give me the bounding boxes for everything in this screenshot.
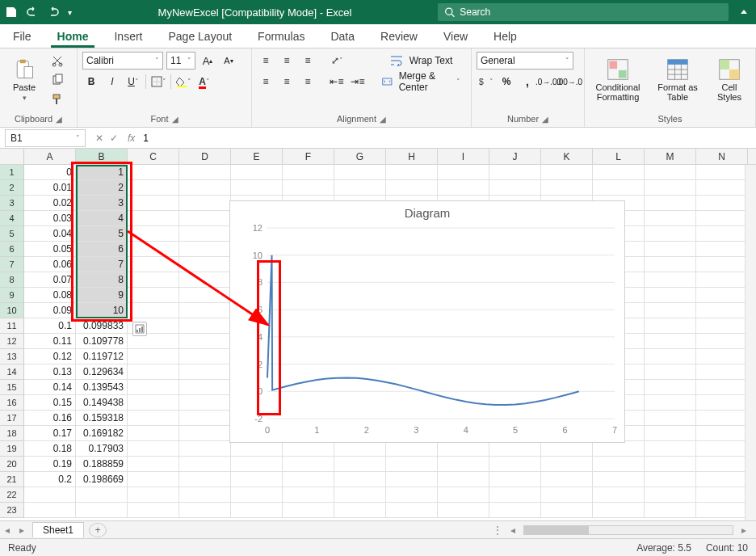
cell[interactable] — [179, 211, 231, 226]
cell[interactable]: 2 — [76, 180, 128, 196]
tab-help[interactable]: Help — [487, 25, 523, 48]
cell[interactable] — [696, 395, 748, 411]
cell[interactable] — [179, 426, 231, 441]
cell[interactable] — [438, 165, 489, 180]
cell[interactable] — [438, 487, 489, 503]
font-name-combo[interactable]: Calibri˅ — [82, 52, 163, 70]
column-header[interactable]: F — [283, 149, 334, 164]
cell[interactable] — [179, 380, 231, 395]
cell[interactable] — [334, 457, 386, 472]
column-header[interactable]: A — [24, 149, 76, 164]
merge-center-button[interactable]: Merge & Center ˅ — [376, 73, 466, 91]
cell[interactable] — [645, 457, 696, 472]
cell[interactable] — [696, 441, 748, 457]
cell[interactable] — [334, 503, 386, 518]
column-header[interactable]: H — [386, 149, 438, 164]
tab-insert[interactable]: Insert — [107, 25, 149, 48]
worksheet-grid[interactable]: ABCDEFGHIJKLMN 10120.01230.02340.03450.0… — [0, 149, 756, 520]
cell[interactable] — [645, 334, 696, 349]
cut-button[interactable] — [48, 52, 66, 70]
cell[interactable] — [645, 503, 696, 518]
cell[interactable] — [283, 487, 334, 503]
format-as-table-button[interactable]: Format as Table — [653, 52, 703, 108]
cell[interactable] — [179, 257, 231, 272]
column-header[interactable]: M — [645, 149, 696, 164]
cell[interactable]: 0.119712 — [76, 349, 128, 364]
cell[interactable] — [179, 318, 231, 334]
row-header[interactable]: 11 — [0, 318, 24, 334]
row-header[interactable]: 22 — [0, 487, 24, 503]
cell[interactable]: 0.07 — [24, 272, 76, 288]
cell[interactable]: 0.099833 — [76, 318, 128, 334]
cell[interactable]: 3 — [76, 196, 128, 211]
cell[interactable] — [696, 426, 748, 441]
redo-icon[interactable] — [47, 6, 60, 19]
cell[interactable] — [489, 457, 541, 472]
cell[interactable] — [283, 180, 334, 196]
cell[interactable] — [179, 180, 231, 196]
cell[interactable]: 0.14 — [24, 380, 76, 395]
row-header[interactable]: 15 — [0, 380, 24, 395]
cell[interactable] — [696, 288, 748, 303]
cell[interactable] — [128, 226, 179, 242]
cell[interactable] — [76, 487, 128, 503]
cell[interactable] — [489, 165, 541, 180]
cell[interactable]: 0.09 — [24, 303, 76, 318]
cell[interactable] — [128, 411, 179, 426]
cell[interactable] — [179, 503, 231, 518]
cell[interactable] — [179, 487, 231, 503]
paste-button[interactable]: Paste ▾ — [5, 52, 44, 108]
cell[interactable] — [541, 457, 593, 472]
column-header[interactable]: N — [696, 149, 748, 164]
cell[interactable] — [489, 441, 541, 457]
cell[interactable] — [438, 472, 489, 487]
cell[interactable] — [283, 457, 334, 472]
hscroll-left-icon[interactable]: ◂ — [506, 524, 520, 536]
cell[interactable] — [696, 303, 748, 318]
column-header[interactable]: L — [593, 149, 645, 164]
row-header[interactable]: 19 — [0, 441, 24, 457]
cell[interactable]: 0.109778 — [76, 334, 128, 349]
cell[interactable] — [696, 334, 748, 349]
enter-formula-icon[interactable]: ✓ — [110, 133, 118, 144]
cell[interactable] — [24, 487, 76, 503]
cell[interactable] — [696, 411, 748, 426]
row-header[interactable]: 21 — [0, 472, 24, 487]
cell[interactable]: 0.05 — [24, 242, 76, 257]
cell[interactable] — [696, 503, 748, 518]
cell[interactable] — [541, 165, 593, 180]
cell[interactable]: 0.04 — [24, 226, 76, 242]
cell[interactable] — [231, 503, 283, 518]
cell[interactable] — [696, 180, 748, 196]
cell[interactable] — [179, 364, 231, 380]
cell[interactable]: 0.149438 — [76, 395, 128, 411]
font-size-combo[interactable]: 11˅ — [166, 52, 195, 70]
cell[interactable]: 8 — [76, 272, 128, 288]
search-box[interactable] — [438, 3, 729, 21]
cell[interactable]: 9 — [76, 288, 128, 303]
cell[interactable] — [645, 318, 696, 334]
row-header[interactable]: 14 — [0, 364, 24, 380]
orientation-button[interactable]: ⤢ ˅ — [328, 52, 346, 70]
italic-button[interactable]: I — [103, 73, 121, 91]
row-header[interactable]: 7 — [0, 257, 24, 272]
cell[interactable] — [179, 226, 231, 242]
column-header[interactable]: I — [438, 149, 489, 164]
tab-formulas[interactable]: Formulas — [251, 25, 311, 48]
new-sheet-button[interactable]: + — [89, 523, 107, 537]
cell[interactable] — [645, 272, 696, 288]
format-painter-button[interactable] — [48, 91, 66, 108]
cell[interactable] — [438, 180, 489, 196]
cell[interactable] — [128, 180, 179, 196]
font-color-button[interactable]: A ˅ — [195, 73, 213, 91]
cell[interactable] — [645, 411, 696, 426]
cell[interactable] — [179, 472, 231, 487]
cell[interactable] — [645, 380, 696, 395]
cell[interactable] — [541, 487, 593, 503]
alignment-dialog-launcher-icon[interactable]: ◢ — [380, 115, 386, 124]
cell[interactable]: 0.08 — [24, 288, 76, 303]
cell[interactable] — [696, 472, 748, 487]
cell[interactable] — [334, 180, 386, 196]
cell[interactable] — [179, 457, 231, 472]
conditional-formatting-button[interactable]: Conditional Formatting — [590, 52, 646, 108]
